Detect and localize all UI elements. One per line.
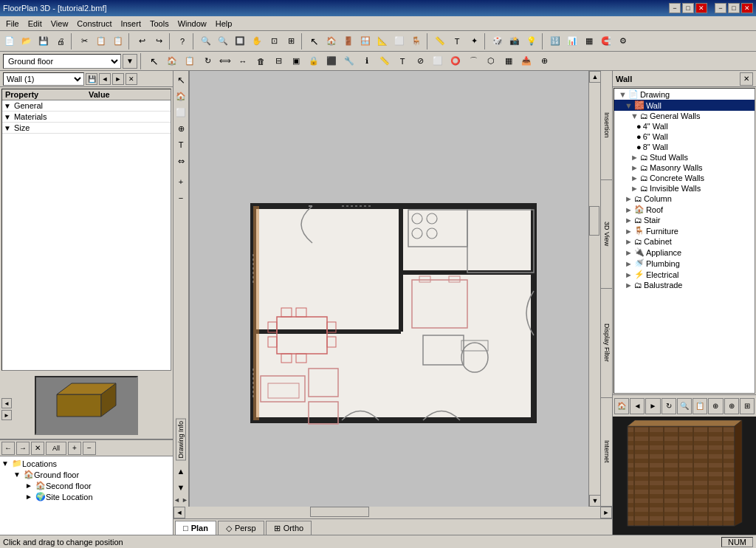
draw-mirror[interactable]: ⟺ (217, 53, 233, 69)
rtree-stair[interactable]: ► 🗂 Stair (614, 215, 755, 225)
tb-window[interactable]: 🪟 (357, 33, 374, 49)
tb-zoom-in[interactable]: 🔍 (198, 33, 214, 49)
draw-line[interactable]: ⊘ (412, 53, 428, 69)
draw-attr[interactable]: 🔧 (341, 53, 357, 69)
menu-help[interactable]: Help (211, 18, 237, 30)
panel-left[interactable]: ◄ (1, 398, 12, 408)
lsb-insert[interactable]: ⊕ (173, 121, 188, 136)
tb-copy[interactable]: 📋 (93, 33, 109, 49)
draw-hatch[interactable]: ▦ (501, 53, 517, 69)
drawing-info-label[interactable]: Drawing Info (176, 419, 186, 461)
rb-home[interactable]: 🏠 (614, 398, 629, 414)
tb-zoom-all[interactable]: ⊞ (283, 33, 299, 49)
hscroll-track[interactable] (185, 507, 600, 518)
lsb-dim[interactable]: ⇔ (173, 154, 188, 168)
lsb-draw-wall[interactable]: 🏠 (173, 89, 188, 103)
tb-symbol[interactable]: ✦ (466, 33, 482, 49)
close-btn[interactable]: ✕ (741, 3, 753, 13)
tab-3dview[interactable]: 3D View (601, 180, 612, 290)
drawing-canvas[interactable] (190, 71, 588, 507)
minimize-btn[interactable]: − (715, 3, 726, 13)
tb-zoom-fit[interactable]: ⊡ (266, 33, 282, 49)
draw-dim[interactable]: 📏 (377, 53, 393, 69)
rtree-general-walls[interactable]: ▼ 🗂 General Walls (614, 111, 755, 121)
loc-remove[interactable]: − (83, 442, 96, 455)
rtree-appliance[interactable]: ► 🔌 Appliance (614, 247, 755, 258)
rb-search[interactable]: 🔍 (677, 398, 692, 414)
tb-furniture[interactable]: 🪑 (408, 33, 425, 49)
rb-insert[interactable]: ⊕ (708, 398, 723, 414)
loc-forward[interactable]: → (16, 442, 30, 455)
obj-prop-close[interactable]: ✕ (126, 73, 137, 85)
tb-door[interactable]: 🚪 (340, 33, 357, 49)
draw-cursor[interactable]: ↖ (146, 53, 162, 69)
lsb-text[interactable]: T (173, 137, 188, 152)
prop-group-size[interactable]: ▼ Size (2, 123, 171, 134)
rtree-4wall[interactable]: ● 4" Wall (614, 121, 755, 131)
panel-right[interactable]: ► (1, 410, 12, 420)
draw-move[interactable]: 🏠 (164, 53, 180, 69)
hscroll-thumb[interactable] (310, 507, 369, 517)
menu-window[interactable]: Window (173, 18, 211, 30)
tb-zoom-rect[interactable]: 🔲 (232, 33, 248, 49)
rb-back[interactable]: ◄ (630, 398, 645, 414)
rtree-roof[interactable]: ► 🏠 Roof (614, 204, 755, 215)
tab-ortho[interactable]: ⊞ Ortho (266, 521, 312, 535)
rb-copy[interactable]: 📋 (693, 398, 707, 414)
menu-view[interactable]: View (47, 18, 73, 30)
tb-wall[interactable]: 🏠 (323, 33, 340, 49)
lsb-zoom-out[interactable]: − (173, 191, 188, 205)
menu-construct[interactable]: Construct (72, 18, 116, 30)
floor-selector[interactable]: Ground floor Second floor Site Location (3, 54, 121, 69)
maximize-btn[interactable]: □ (728, 3, 740, 13)
obj-prop-save[interactable]: 💾 (86, 73, 97, 85)
obj-prop-prev[interactable]: ◄ (99, 73, 111, 85)
tb-report[interactable]: 📊 (564, 33, 580, 49)
loc-back[interactable]: ← (1, 442, 15, 455)
tb-measure[interactable]: 📏 (432, 33, 448, 49)
menu-tools[interactable]: Tools (145, 18, 173, 30)
lsb-select[interactable]: ↖ (173, 72, 188, 87)
tree-item-locations[interactable]: ▼ 📁 Locations (1, 458, 171, 469)
rtree-electrical[interactable]: ► ⚡ Electrical (614, 269, 755, 280)
tb-open[interactable]: 📂 (18, 33, 35, 49)
draw-arc[interactable]: ⌒ (465, 53, 481, 69)
rtree-column[interactable]: ► 🗂 Column (614, 193, 755, 204)
lsb-panel-down[interactable]: ▼ (173, 480, 188, 495)
lsb-draw-line[interactable]: ⬜ (173, 105, 188, 120)
draw-group[interactable]: ▣ (288, 53, 304, 69)
scroll-thumb[interactable] (589, 206, 599, 236)
tb-calc[interactable]: 🔢 (547, 33, 563, 49)
rpanel-close[interactable]: ✕ (740, 72, 753, 86)
rtree-plumbing[interactable]: ► 🚿 Plumbing (614, 258, 755, 269)
tb-save[interactable]: 💾 (35, 33, 52, 49)
loc-add[interactable]: + (68, 442, 81, 455)
draw-circle[interactable]: ⭕ (447, 53, 464, 69)
rtree-8wall[interactable]: ● 8" Wall (614, 142, 755, 152)
draw-delete[interactable]: 🗑 (252, 53, 269, 69)
draw-lock[interactable]: 🔒 (306, 53, 322, 69)
tab-display-filter[interactable]: Display Filter (601, 289, 612, 398)
draw-poly[interactable]: ⬡ (483, 53, 499, 69)
draw-copy[interactable]: 📋 (182, 53, 198, 69)
prop-group-materials[interactable]: ▼ Materials (2, 112, 171, 123)
inner-restore-btn[interactable]: □ (682, 3, 694, 13)
rb-refresh[interactable]: ↻ (662, 398, 676, 414)
tb-text[interactable]: T (449, 33, 465, 49)
scroll-track[interactable] (589, 83, 600, 495)
draw-info[interactable]: ℹ (359, 53, 375, 69)
tb-options[interactable]: ⚙ (615, 33, 631, 49)
tb-help[interactable]: ? (174, 33, 190, 49)
rtree-furniture[interactable]: ► 🪑 Furniture (614, 225, 755, 236)
tb-paste[interactable]: 📋 (110, 33, 126, 49)
tb-grid[interactable]: ▦ (581, 33, 597, 49)
tb-pan[interactable]: ✋ (249, 33, 265, 49)
scroll-up-btn[interactable]: ▲ (589, 71, 601, 83)
tb-zoom-out[interactable]: 🔍 (215, 33, 231, 49)
draw-align[interactable]: ⊟ (270, 53, 286, 69)
tb-camera[interactable]: 📸 (506, 33, 523, 49)
tb-render[interactable]: 💡 (523, 33, 540, 49)
draw-rotate[interactable]: ↻ (199, 53, 216, 69)
tree-item-site[interactable]: ► 🌍 Site Location (1, 491, 171, 502)
rtree-invisible-walls[interactable]: ► 🗂 Invisible Walls (614, 183, 755, 193)
